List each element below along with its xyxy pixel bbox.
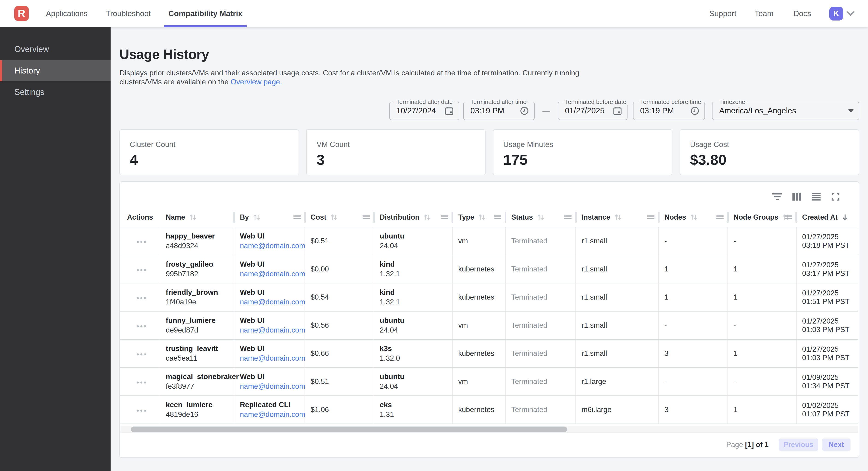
row-actions-icon[interactable] (136, 237, 147, 245)
columns-icon[interactable] (792, 193, 802, 201)
sort-icon[interactable] (330, 214, 338, 221)
column-menu-icon[interactable] (647, 215, 654, 219)
terminated-before-time-field[interactable]: Terminated before time 03:19 PM (633, 101, 705, 120)
creator-email-link[interactable]: name@domain.com (240, 354, 305, 362)
column-menu-icon[interactable] (494, 215, 501, 219)
row-actions-icon[interactable] (136, 349, 147, 358)
column-header-type[interactable]: Type (453, 208, 506, 227)
cell-distribution: eks1.31 (374, 396, 453, 423)
column-separator[interactable] (233, 212, 235, 223)
terminated-after-date-field[interactable]: Terminated after date 10/27/2024 (389, 101, 460, 120)
column-label: Actions (127, 213, 153, 222)
creator-email-link[interactable]: name@domain.com (240, 410, 305, 418)
created-time: 01:03 PM PST (802, 353, 857, 362)
cell-by: Web UIname@domain.com (234, 312, 305, 339)
horizontal-scrollbar[interactable] (121, 425, 858, 433)
stat-card-usage-cost: Usage Cost $3.80 (680, 129, 859, 175)
column-separator[interactable] (452, 212, 453, 223)
clock-icon[interactable] (520, 106, 529, 116)
terminated-before-date-field[interactable]: Terminated before date 01/27/2025 (558, 101, 627, 120)
sort-icon[interactable] (614, 214, 622, 221)
sort-icon[interactable] (690, 214, 698, 221)
type-value: vm (458, 377, 505, 386)
next-button[interactable]: Next (822, 439, 850, 451)
stat-label: Usage Cost (690, 140, 859, 149)
sort-icon[interactable] (253, 214, 260, 221)
cluster-name: trusting_leavitt (166, 344, 234, 353)
row-actions-icon[interactable] (136, 377, 147, 386)
column-separator[interactable] (727, 212, 728, 223)
creator-email-link[interactable]: name@domain.com (240, 298, 305, 306)
previous-button[interactable]: Previous (779, 439, 818, 451)
replicated-logo[interactable]: R (14, 6, 29, 21)
column-separator[interactable] (505, 212, 506, 223)
creator-email-link[interactable]: name@domain.com (240, 270, 305, 278)
creator-email-link[interactable]: name@domain.com (240, 326, 305, 334)
density-icon[interactable] (811, 193, 821, 201)
sort-icon[interactable] (537, 214, 545, 221)
column-header-by[interactable]: By (234, 208, 305, 227)
tab-troubleshoot[interactable]: Troubleshoot (101, 0, 155, 27)
column-header-distribution[interactable]: Distribution (374, 208, 453, 227)
sort-icon[interactable] (189, 214, 197, 221)
cost-value: $1.06 (311, 405, 374, 414)
column-separator[interactable] (304, 212, 306, 223)
instance-value: r1.small (582, 349, 658, 358)
row-actions-icon[interactable] (136, 265, 147, 273)
column-separator[interactable] (796, 212, 797, 223)
creator-email-link[interactable]: name@domain.com (240, 241, 305, 250)
column-menu-icon[interactable] (716, 215, 723, 219)
column-separator[interactable] (373, 212, 375, 223)
nav-link-team[interactable]: Team (755, 9, 774, 18)
page-info: Page [1] of 1 (726, 441, 769, 449)
column-header-created[interactable]: Created At (797, 208, 857, 227)
cost-value: $0.54 (311, 293, 374, 301)
overview-page-link[interactable]: Overview page. (230, 78, 282, 86)
column-menu-icon[interactable] (785, 215, 792, 219)
column-label: Distribution (380, 213, 419, 222)
column-menu-icon[interactable] (363, 215, 370, 219)
cell-instance: r1.small (576, 284, 659, 311)
table-toolbar (772, 193, 840, 201)
row-actions-icon[interactable] (136, 293, 147, 301)
creator-email-link[interactable]: name@domain.com (240, 382, 305, 390)
clock-icon[interactable] (690, 106, 700, 116)
column-header-cost[interactable]: Cost (305, 208, 374, 227)
scrollbar-thumb[interactable] (131, 426, 567, 432)
calendar-icon[interactable] (444, 106, 454, 116)
cluster-id: cae5ea11 (166, 354, 234, 362)
terminated-after-time-field[interactable]: Terminated after time 03:19 PM (463, 101, 535, 120)
field-value: 01/27/2025 (565, 102, 604, 119)
tab-compatibility-matrix[interactable]: Compatibility Matrix (164, 0, 247, 27)
sidebar-item-settings[interactable]: Settings (0, 81, 111, 103)
filter-icon[interactable] (772, 193, 782, 201)
tab-applications[interactable]: Applications (41, 0, 92, 27)
column-header-node_groups[interactable]: Node Groups (728, 208, 797, 227)
nav-link-docs[interactable]: Docs (793, 9, 811, 18)
chevron-down-icon[interactable] (846, 11, 855, 16)
cell-cost: $0.51 (305, 368, 374, 395)
sort-icon[interactable] (424, 214, 431, 221)
user-avatar[interactable]: K (829, 7, 843, 21)
fullscreen-icon[interactable] (831, 193, 840, 201)
nav-link-support[interactable]: Support (709, 9, 737, 18)
dropdown-caret-icon[interactable] (848, 109, 854, 113)
column-header-instance[interactable]: Instance (576, 208, 659, 227)
column-separator[interactable] (658, 212, 659, 223)
sidebar-item-history[interactable]: History (0, 60, 111, 82)
column-menu-icon[interactable] (564, 215, 571, 219)
row-actions-icon[interactable] (136, 321, 147, 329)
column-header-name[interactable]: Name (160, 208, 235, 227)
sort-desc-icon[interactable] (841, 213, 849, 221)
column-separator[interactable] (575, 212, 577, 223)
sidebar-item-overview[interactable]: Overview (0, 39, 111, 60)
column-header-nodes[interactable]: Nodes (659, 208, 728, 227)
column-menu-icon[interactable] (441, 215, 448, 219)
row-actions-icon[interactable] (136, 405, 147, 414)
column-menu-icon[interactable] (293, 215, 301, 219)
timezone-select[interactable]: Timezone America/Los_Angeles (712, 101, 859, 120)
calendar-icon[interactable] (613, 106, 622, 116)
column-header-status[interactable]: Status (506, 208, 576, 227)
sort-icon[interactable] (478, 214, 486, 221)
field-value: 03:19 PM (640, 102, 674, 119)
